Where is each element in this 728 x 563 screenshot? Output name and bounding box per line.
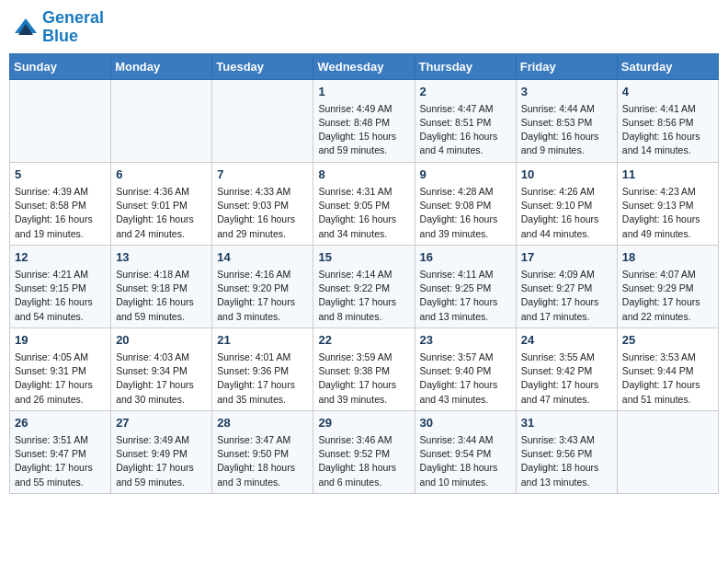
day-info: Sunrise: 4:49 AMSunset: 8:48 PMDaylight:… xyxy=(318,102,409,158)
day-info: Sunrise: 4:16 AMSunset: 9:20 PMDaylight:… xyxy=(217,268,308,324)
week-row-1: 1Sunrise: 4:49 AMSunset: 8:48 PMDaylight… xyxy=(10,79,719,162)
calendar-cell: 10Sunrise: 4:26 AMSunset: 9:10 PMDayligh… xyxy=(516,162,617,245)
day-number: 28 xyxy=(217,415,308,431)
calendar-cell: 13Sunrise: 4:18 AMSunset: 9:18 PMDayligh… xyxy=(111,245,212,327)
day-info: Sunrise: 3:46 AMSunset: 9:52 PMDaylight:… xyxy=(318,433,409,489)
day-info: Sunrise: 3:59 AMSunset: 9:38 PMDaylight:… xyxy=(318,350,409,407)
calendar-cell: 26Sunrise: 3:51 AMSunset: 9:47 PMDayligh… xyxy=(10,410,111,493)
calendar-cell: 1Sunrise: 4:49 AMSunset: 8:48 PMDaylight… xyxy=(313,79,415,162)
day-info: Sunrise: 4:09 AMSunset: 9:27 PMDaylight:… xyxy=(521,268,612,324)
calendar-cell: 18Sunrise: 4:07 AMSunset: 9:29 PMDayligh… xyxy=(617,245,718,327)
calendar-cell: 5Sunrise: 4:39 AMSunset: 8:58 PMDaylight… xyxy=(10,162,111,245)
day-number: 15 xyxy=(318,249,409,266)
weekday-header-friday: Friday xyxy=(516,53,617,79)
calendar-cell: 19Sunrise: 4:05 AMSunset: 9:31 PMDayligh… xyxy=(10,327,111,410)
logo: General Blue xyxy=(13,9,104,46)
day-number: 10 xyxy=(521,167,612,183)
weekday-header-monday: Monday xyxy=(111,53,212,79)
day-number: 21 xyxy=(217,332,308,349)
calendar-cell: 25Sunrise: 3:53 AMSunset: 9:44 PMDayligh… xyxy=(617,327,718,410)
day-info: Sunrise: 4:33 AMSunset: 9:03 PMDaylight:… xyxy=(217,185,308,241)
day-number: 9 xyxy=(420,167,511,183)
day-number: 11 xyxy=(622,167,713,183)
day-info: Sunrise: 4:26 AMSunset: 9:10 PMDaylight:… xyxy=(521,185,612,241)
calendar-cell: 23Sunrise: 3:57 AMSunset: 9:40 PMDayligh… xyxy=(415,327,516,410)
weekday-header-tuesday: Tuesday xyxy=(212,53,313,79)
day-number: 13 xyxy=(116,249,207,266)
day-info: Sunrise: 3:55 AMSunset: 9:42 PMDaylight:… xyxy=(521,350,612,407)
day-info: Sunrise: 3:49 AMSunset: 9:49 PMDaylight:… xyxy=(116,433,207,489)
week-row-5: 26Sunrise: 3:51 AMSunset: 9:47 PMDayligh… xyxy=(10,410,719,493)
day-info: Sunrise: 4:18 AMSunset: 9:18 PMDaylight:… xyxy=(116,268,207,324)
day-info: Sunrise: 3:43 AMSunset: 9:56 PMDaylight:… xyxy=(521,433,612,489)
logo-icon xyxy=(13,15,39,40)
day-number: 18 xyxy=(622,249,713,266)
calendar-cell: 31Sunrise: 3:43 AMSunset: 9:56 PMDayligh… xyxy=(516,410,617,493)
day-number: 25 xyxy=(622,332,713,349)
day-number: 17 xyxy=(521,249,612,266)
day-info: Sunrise: 4:39 AMSunset: 8:58 PMDaylight:… xyxy=(15,185,106,241)
calendar-cell: 24Sunrise: 3:55 AMSunset: 9:42 PMDayligh… xyxy=(516,327,617,410)
day-number: 24 xyxy=(521,332,612,349)
day-number: 29 xyxy=(318,415,409,431)
calendar-cell: 29Sunrise: 3:46 AMSunset: 9:52 PMDayligh… xyxy=(313,410,415,493)
day-info: Sunrise: 4:41 AMSunset: 8:56 PMDaylight:… xyxy=(622,102,713,158)
logo-text: General Blue xyxy=(42,9,104,46)
day-number: 1 xyxy=(318,84,409,100)
calendar-table: SundayMondayTuesdayWednesdayThursdayFrid… xyxy=(9,53,719,494)
day-number: 3 xyxy=(521,84,612,100)
day-info: Sunrise: 4:44 AMSunset: 8:53 PMDaylight:… xyxy=(521,102,612,158)
day-number: 30 xyxy=(420,415,511,431)
page-header: General Blue xyxy=(9,9,719,46)
calendar-cell: 15Sunrise: 4:14 AMSunset: 9:22 PMDayligh… xyxy=(313,245,415,327)
day-info: Sunrise: 4:28 AMSunset: 9:08 PMDaylight:… xyxy=(420,185,511,241)
day-info: Sunrise: 4:05 AMSunset: 9:31 PMDaylight:… xyxy=(15,350,106,407)
calendar-cell: 28Sunrise: 3:47 AMSunset: 9:50 PMDayligh… xyxy=(212,410,313,493)
day-number: 14 xyxy=(217,249,308,266)
calendar-cell: 27Sunrise: 3:49 AMSunset: 9:49 PMDayligh… xyxy=(111,410,212,493)
day-info: Sunrise: 4:07 AMSunset: 9:29 PMDaylight:… xyxy=(622,268,713,324)
day-info: Sunrise: 4:47 AMSunset: 8:51 PMDaylight:… xyxy=(420,102,511,158)
day-number: 8 xyxy=(318,167,409,183)
calendar-cell: 16Sunrise: 4:11 AMSunset: 9:25 PMDayligh… xyxy=(415,245,516,327)
calendar-cell: 4Sunrise: 4:41 AMSunset: 8:56 PMDaylight… xyxy=(617,79,718,162)
day-number: 27 xyxy=(116,415,207,431)
weekday-header-saturday: Saturday xyxy=(617,53,718,79)
calendar-cell: 7Sunrise: 4:33 AMSunset: 9:03 PMDaylight… xyxy=(212,162,313,245)
day-info: Sunrise: 4:36 AMSunset: 9:01 PMDaylight:… xyxy=(116,185,207,241)
day-info: Sunrise: 4:14 AMSunset: 9:22 PMDaylight:… xyxy=(318,268,409,324)
calendar-cell: 30Sunrise: 3:44 AMSunset: 9:54 PMDayligh… xyxy=(415,410,516,493)
day-info: Sunrise: 4:11 AMSunset: 9:25 PMDaylight:… xyxy=(420,268,511,324)
calendar-cell: 8Sunrise: 4:31 AMSunset: 9:05 PMDaylight… xyxy=(313,162,415,245)
week-row-2: 5Sunrise: 4:39 AMSunset: 8:58 PMDaylight… xyxy=(10,162,719,245)
day-number: 6 xyxy=(116,167,207,183)
day-info: Sunrise: 4:21 AMSunset: 9:15 PMDaylight:… xyxy=(15,268,106,324)
week-row-4: 19Sunrise: 4:05 AMSunset: 9:31 PMDayligh… xyxy=(10,327,719,410)
weekday-header-sunday: Sunday xyxy=(10,53,111,79)
day-number: 7 xyxy=(217,167,308,183)
calendar-cell: 22Sunrise: 3:59 AMSunset: 9:38 PMDayligh… xyxy=(313,327,415,410)
day-number: 5 xyxy=(15,167,106,183)
day-info: Sunrise: 3:44 AMSunset: 9:54 PMDaylight:… xyxy=(420,433,511,489)
day-info: Sunrise: 3:53 AMSunset: 9:44 PMDaylight:… xyxy=(622,350,713,407)
day-number: 12 xyxy=(15,249,106,266)
weekday-header-wednesday: Wednesday xyxy=(313,53,415,79)
week-row-3: 12Sunrise: 4:21 AMSunset: 9:15 PMDayligh… xyxy=(10,245,719,327)
day-number: 31 xyxy=(521,415,612,431)
day-info: Sunrise: 4:31 AMSunset: 9:05 PMDaylight:… xyxy=(318,185,409,241)
day-number: 2 xyxy=(420,84,511,100)
weekday-header-thursday: Thursday xyxy=(415,53,516,79)
calendar-cell xyxy=(212,79,313,162)
day-number: 20 xyxy=(116,332,207,349)
calendar-cell: 9Sunrise: 4:28 AMSunset: 9:08 PMDaylight… xyxy=(415,162,516,245)
day-info: Sunrise: 4:01 AMSunset: 9:36 PMDaylight:… xyxy=(217,350,308,407)
day-number: 4 xyxy=(622,84,713,100)
day-info: Sunrise: 4:03 AMSunset: 9:34 PMDaylight:… xyxy=(116,350,207,407)
day-info: Sunrise: 3:57 AMSunset: 9:40 PMDaylight:… xyxy=(420,350,511,407)
calendar-cell: 11Sunrise: 4:23 AMSunset: 9:13 PMDayligh… xyxy=(617,162,718,245)
calendar-cell: 12Sunrise: 4:21 AMSunset: 9:15 PMDayligh… xyxy=(10,245,111,327)
day-number: 16 xyxy=(420,249,511,266)
calendar-cell: 17Sunrise: 4:09 AMSunset: 9:27 PMDayligh… xyxy=(516,245,617,327)
calendar-cell: 14Sunrise: 4:16 AMSunset: 9:20 PMDayligh… xyxy=(212,245,313,327)
calendar-cell: 2Sunrise: 4:47 AMSunset: 8:51 PMDaylight… xyxy=(415,79,516,162)
